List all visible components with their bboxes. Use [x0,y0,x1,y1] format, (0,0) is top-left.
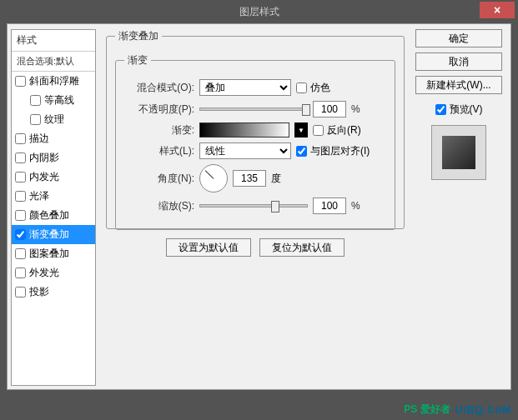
cancel-button[interactable]: 取消 [415,52,502,71]
reverse-checkbox[interactable] [313,125,324,136]
blend-mode-label: 混合模式(O): [124,81,194,95]
gradient-row: 渐变: ▼ 反向(R) [124,122,386,138]
style-item[interactable]: 图案叠加 [12,244,95,263]
gradient-group-title: 渐变 [124,53,151,68]
opacity-thumb[interactable] [302,104,310,116]
layer-style-dialog: 样式 混合选项:默认 斜面和浮雕等高线纹理描边内阴影内发光光泽颜色叠加渐变叠加图… [7,23,511,390]
right-panel: 确定 取消 新建样式(W)... 预览(V) [412,29,505,180]
style-item-label: 投影 [29,285,49,299]
style-item-checkbox[interactable] [15,248,26,259]
style-item-checkbox[interactable] [15,76,26,87]
watermark: PS 爱好者 UiBQ.CoM [404,402,511,417]
style-item-checkbox[interactable] [15,191,26,202]
scale-label: 缩放(S): [124,199,194,213]
style-item-label: 渐变叠加 [29,228,69,242]
style-select[interactable]: 线性 [199,142,291,159]
style-item-checkbox[interactable] [15,210,26,221]
angle-label: 角度(N): [124,172,194,186]
ok-button[interactable]: 确定 [415,29,502,48]
style-item-label: 外发光 [29,266,59,280]
dither-checkbox[interactable] [296,82,307,93]
reverse-label: 反向(R) [327,123,361,138]
style-item-label: 纹理 [44,112,64,127]
scale-thumb[interactable] [271,201,279,212]
style-item-checkbox[interactable] [15,172,26,182]
blend-mode-row: 混合模式(O): 叠加 仿色 [124,79,386,96]
style-item-label: 描边 [29,132,49,146]
preview-label: 预览(V) [450,102,483,117]
close-button[interactable]: × [480,2,515,18]
style-item[interactable]: 投影 [12,282,95,302]
style-item-label: 光泽 [29,189,49,203]
style-item-checkbox[interactable] [30,95,41,106]
style-item[interactable]: 光泽 [12,187,95,206]
style-list: 斜面和浮雕等高线纹理描边内阴影内发光光泽颜色叠加渐变叠加图案叠加外发光投影 [12,72,95,302]
align-checkbox-wrap[interactable]: 与图层对齐(I) [296,144,370,158]
gradient-label: 渐变: [124,123,194,138]
styles-list-panel: 样式 混合选项:默认 斜面和浮雕等高线纹理描边内阴影内发光光泽颜色叠加渐变叠加图… [11,29,96,386]
style-item[interactable]: 纹理 [12,110,95,129]
dither-checkbox-wrap[interactable]: 仿色 [296,81,330,95]
style-item-label: 内发光 [29,170,59,184]
set-default-button[interactable]: 设置为默认值 [166,238,251,257]
style-item[interactable]: 描边 [12,129,95,148]
style-row: 样式(L): 线性 与图层对齐(I) [124,142,386,159]
preview-checkbox-wrap[interactable]: 预览(V) [435,102,483,117]
gradient-swatch[interactable] [199,122,289,138]
style-item-label: 图案叠加 [29,247,69,261]
watermark-url: UiBQ.CoM [455,404,511,416]
style-item[interactable]: 外发光 [12,263,95,282]
scale-slider[interactable] [199,204,308,208]
blend-mode-select[interactable]: 叠加 [199,79,291,96]
angle-row: 角度(N): 度 [124,164,386,192]
style-item[interactable]: 内阴影 [12,148,95,168]
gradient-dropdown-arrow[interactable]: ▼ [294,122,308,138]
style-item-checkbox[interactable] [15,229,26,240]
scale-input[interactable] [313,198,346,214]
style-item-label: 颜色叠加 [29,208,69,222]
blend-options-header[interactable]: 混合选项:默认 [12,52,95,72]
style-item[interactable]: 斜面和浮雕 [12,72,95,91]
opacity-row: 不透明度(P): % [124,101,386,118]
dialog-title: 图层样式 [239,5,279,19]
align-checkbox[interactable] [296,146,307,157]
opacity-slider[interactable] [199,108,308,111]
watermark-brand: PS 爱好者 [404,402,450,417]
reverse-checkbox-wrap[interactable]: 反向(R) [313,123,361,138]
gradient-group: 渐变 混合模式(O): 叠加 仿色 不透明度(P): % [115,53,395,230]
preview-swatch [442,136,475,169]
style-item-label: 等高线 [44,93,74,108]
reset-default-button[interactable]: 复位为默认值 [259,238,344,257]
dither-label: 仿色 [310,81,330,95]
gradient-overlay-panel: 渐变叠加 渐变 混合模式(O): 叠加 仿色 不透明度(P): % [106,29,405,229]
angle-input[interactable] [233,170,266,187]
angle-indicator [205,170,214,179]
preview-checkbox[interactable] [435,104,446,115]
style-item-checkbox[interactable] [15,133,26,144]
default-buttons-row: 设置为默认值 复位为默认值 [115,238,395,257]
angle-dial[interactable] [199,164,228,192]
style-item[interactable]: 等高线 [12,91,95,110]
scale-pct: % [351,200,360,212]
style-item-checkbox[interactable] [30,114,41,125]
style-item-checkbox[interactable] [15,287,26,298]
style-item-checkbox[interactable] [15,268,26,278]
style-item[interactable]: 渐变叠加 [12,225,95,244]
new-style-button[interactable]: 新建样式(W)... [415,76,502,94]
styles-header: 样式 [12,30,95,52]
opacity-label: 不透明度(P): [124,102,194,117]
opacity-input[interactable] [313,101,346,118]
opacity-pct: % [351,103,360,115]
style-item[interactable]: 颜色叠加 [12,206,95,225]
style-item-checkbox[interactable] [15,152,26,163]
preview-box [431,125,486,180]
style-item[interactable]: 内发光 [12,168,95,187]
angle-unit: 度 [271,172,281,186]
titlebar: 图层样式 × [0,0,518,23]
style-item-label: 斜面和浮雕 [29,74,79,88]
scale-row: 缩放(S): % [124,198,386,214]
panel-title: 渐变叠加 [115,29,162,43]
style-label: 样式(L): [124,144,194,158]
align-label: 与图层对齐(I) [310,144,370,158]
style-item-label: 内阴影 [29,151,59,165]
